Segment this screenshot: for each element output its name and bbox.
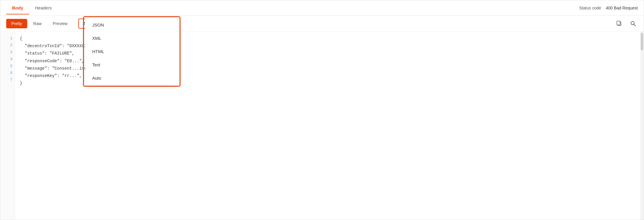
- scrollbar-track[interactable]: [640, 32, 644, 220]
- line-num-3: 3: [3, 49, 12, 56]
- format-option-text[interactable]: Text: [85, 58, 178, 71]
- line-num-1: 1: [3, 35, 12, 42]
- tab-bar-right: Status code 400 Bad Request: [579, 6, 638, 10]
- copy-icon: [616, 21, 622, 27]
- format-option-html[interactable]: HTML: [85, 45, 178, 58]
- line-num-4: 4: [3, 56, 12, 63]
- format-dropdown-overlay: JSON XML HTML Text Auto: [83, 16, 180, 87]
- svg-rect-4: [617, 21, 620, 25]
- toolbar-right: [614, 19, 638, 28]
- search-icon: [630, 21, 636, 27]
- scrollbar-thumb[interactable]: [641, 33, 643, 50]
- tab-bar-left: Body Headers: [6, 1, 58, 14]
- format-option-xml[interactable]: XML: [85, 32, 178, 45]
- format-dropdown-menu: JSON XML HTML Text Auto: [85, 18, 178, 85]
- format-option-json[interactable]: JSON: [85, 18, 178, 32]
- status-code-label: Status code: [579, 6, 601, 10]
- view-tab-pretty[interactable]: Pretty: [6, 19, 27, 28]
- search-button[interactable]: [628, 19, 638, 28]
- line-numbers: 1 2 3 4 5 6 7: [0, 32, 15, 220]
- view-tab-raw[interactable]: Raw: [28, 19, 47, 28]
- tab-body[interactable]: Body: [6, 1, 29, 14]
- tab-headers[interactable]: Headers: [29, 1, 58, 14]
- line-num-7: 7: [3, 76, 12, 83]
- line-num-5: 5: [3, 63, 12, 70]
- format-option-auto[interactable]: Auto: [85, 71, 178, 85]
- status-code-value: 400 Bad Request: [606, 6, 638, 10]
- view-tab-preview[interactable]: Preview: [48, 19, 73, 28]
- line-num-6: 6: [3, 70, 12, 76]
- line-num-2: 2: [3, 42, 12, 49]
- svg-line-6: [634, 24, 635, 26]
- tab-bar: Body Headers Status code 400 Bad Request: [0, 0, 644, 16]
- svg-point-5: [631, 22, 634, 25]
- copy-button[interactable]: [614, 19, 624, 28]
- main-container: Body Headers Status code 400 Bad Request…: [0, 0, 644, 220]
